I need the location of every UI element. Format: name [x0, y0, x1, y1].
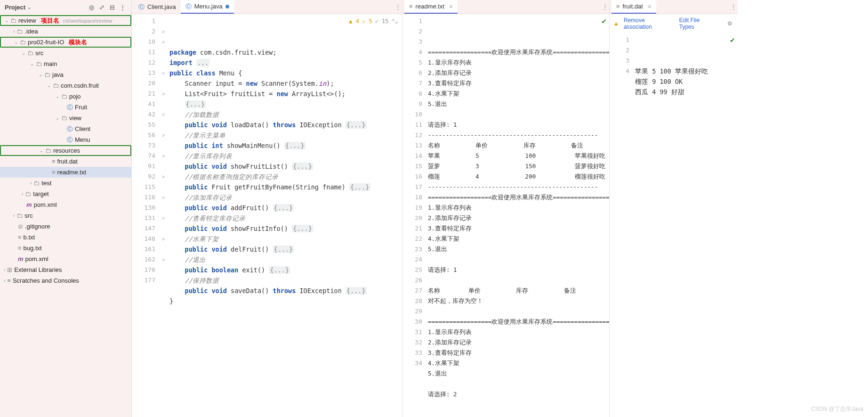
text-area[interactable]: ✔ ==================欢迎使用水果库存系统==========…	[426, 14, 609, 417]
tree-gitignore[interactable]: ⊘.gitignore	[0, 221, 131, 232]
gear-icon[interactable]: ⚙	[725, 19, 734, 28]
tree-idea[interactable]: ›🗀.idea	[0, 26, 131, 37]
close-icon[interactable]: ×	[449, 3, 453, 10]
project-tree: ⌄🗀review项目名cts\workspace\review ›🗀.idea …	[0, 14, 131, 417]
tab-menu[interactable]: ⒸMenu.java	[181, 0, 234, 14]
tab-readme[interactable]: ≡readme.txt×	[404, 0, 458, 14]
edit-filetypes-link[interactable]: Edit File Types	[679, 17, 716, 30]
tree-extlib[interactable]: ›⊞External Libraries	[0, 264, 131, 275]
more-icon[interactable]: ⋮	[729, 3, 738, 11]
tree-scratches[interactable]: ›≡Scratches and Consoles	[0, 275, 131, 286]
check-icon: ✔	[602, 16, 606, 26]
remove-association-link[interactable]: Remove association	[624, 17, 675, 30]
tree-fruit[interactable]: ⒸFruit	[0, 102, 131, 113]
tree-test[interactable]: ›🗀test	[0, 178, 131, 188]
editor-panel-readme: ≡readme.txt× ⋮ 1234567891011121314151617…	[402, 0, 610, 417]
fruitdat-editor[interactable]: 1234 ✔ 苹果 5 100 苹果很好吃榴莲 9 100 OK西瓜 4 99 …	[610, 33, 738, 417]
line-gutter: 1234	[610, 33, 633, 417]
tree-resources[interactable]: ⌄🗀resources	[0, 145, 131, 156]
project-panel: Project ⌄ ◎ ⤢ ⊟ ⋮ ⌄🗀review项目名cts\workspa…	[0, 0, 132, 417]
tree-menu[interactable]: ⒸMenu	[0, 134, 131, 145]
check-icon: ✔	[730, 35, 735, 45]
text-area[interactable]: ✔ 苹果 5 100 苹果很好吃榴莲 9 100 OK西瓜 4 99 好甜	[633, 33, 738, 417]
warning-icon: ▲	[613, 20, 619, 27]
readme-tabs: ≡readme.txt× ⋮	[402, 0, 609, 14]
modified-dot-icon	[225, 5, 229, 8]
gear-icon[interactable]: ⋮	[118, 3, 127, 11]
project-header: Project ⌄ ◎ ⤢ ⊟ ⋮	[0, 0, 131, 14]
close-icon[interactable]: ×	[648, 3, 651, 10]
project-title: Project	[5, 4, 25, 11]
watermark: CSDN @丁总学Java	[811, 405, 863, 413]
tree-main[interactable]: ⌄🗀main	[0, 58, 131, 69]
inspection-status[interactable]: ▲ 4 ⚠ 5 ✓ 15 ⌃⌄	[349, 16, 398, 26]
tree-module[interactable]: ⌄🗀pro02-fruit-IO模块名	[0, 37, 131, 48]
editor-panel-main: ⒸClient.java ⒸMenu.java ⋮ 12101112132021…	[132, 0, 402, 417]
tree-target[interactable]: ›🗀target	[0, 188, 131, 199]
code-area[interactable]: ▲ 4 ⚠ 5 ✓ 15 ⌃⌄ package com.csdn.fruit.v…	[168, 14, 402, 417]
fruitdat-tabs: ≡fruit.dat× ⋮	[610, 0, 738, 14]
tree-client[interactable]: ⒸClient	[0, 123, 131, 134]
tree-btxt[interactable]: ≡b.txt	[0, 232, 131, 243]
tree-pom[interactable]: mpom.xml	[0, 199, 131, 210]
expand-icon[interactable]: ⤢	[97, 3, 106, 11]
code-editor[interactable]: 1210111213202141425556737491921151161301…	[132, 14, 402, 417]
tree-pom2[interactable]: mpom.xml	[0, 253, 131, 264]
more-icon[interactable]: ⋮	[394, 3, 402, 11]
line-gutter: 1210111213202141425556737491921151161301…	[132, 14, 159, 417]
file-type-banner: ▲ Remove association Edit File Types ⚙	[610, 14, 738, 33]
editor-tabs: ⒸClient.java ⒸMenu.java ⋮	[132, 0, 402, 14]
chevron-down-icon[interactable]: ⌄	[27, 5, 31, 10]
tab-fruitdat[interactable]: ≡fruit.dat×	[611, 0, 656, 14]
fold-gutter[interactable]: >> > > > > > > > > > >	[159, 14, 168, 417]
more-icon[interactable]: ⋮	[601, 3, 609, 11]
target-icon[interactable]: ◎	[87, 3, 96, 11]
tree-fruitdat[interactable]: ≡fruit.dat	[0, 156, 131, 167]
tree-java[interactable]: ⌄🗀java	[0, 69, 131, 80]
collapse-icon[interactable]: ⊟	[108, 3, 116, 11]
editor-panel-fruitdat: ≡fruit.dat× ⋮ ▲ Remove association Edit …	[610, 0, 738, 417]
tree-readme[interactable]: ≡readme.txt	[0, 167, 131, 178]
tree-pojo[interactable]: ⌄🗀pojo	[0, 91, 131, 102]
tree-view[interactable]: ⌄🗀view	[0, 113, 131, 123]
tab-client[interactable]: ⒸClient.java	[134, 0, 181, 14]
tree-bugtxt[interactable]: ≡bug.txt	[0, 243, 131, 253]
tree-pkg[interactable]: ⌄🗀com.csdn.fruit	[0, 80, 131, 91]
readme-editor[interactable]: 1234567891011121314151617181920212223242…	[402, 14, 609, 417]
tree-src[interactable]: ⌄🗀src	[0, 48, 131, 58]
tree-project-root[interactable]: ⌄🗀review项目名cts\workspace\review	[0, 15, 131, 26]
line-gutter: 1234567891011121314151617181920212223242…	[402, 14, 426, 417]
tree-src2[interactable]: ›🗀src	[0, 210, 131, 221]
